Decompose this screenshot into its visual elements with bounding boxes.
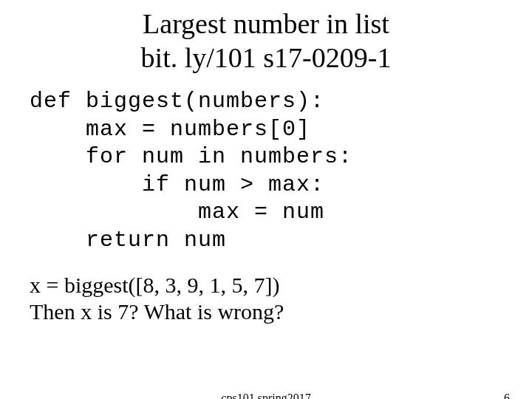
- outro-line-2: Then x is 7? What is wrong?: [30, 299, 532, 325]
- outro-line-1: x = biggest([8, 3, 9, 1, 5, 7]): [30, 272, 532, 299]
- title-line-1: Largest number in list: [0, 7, 532, 41]
- code-block: def biggest(numbers): max = numbers[0] f…: [0, 75, 532, 254]
- footer-course: cps101 spring2017: [0, 392, 532, 399]
- outro-text: x = biggest([8, 3, 9, 1, 5, 7]) Then x i…: [0, 254, 532, 325]
- footer-page-number: 6: [504, 392, 510, 399]
- slide-title: Largest number in list bit. ly/101 s17-0…: [0, 0, 532, 75]
- title-line-2: bit. ly/101 s17-0209-1: [0, 41, 532, 75]
